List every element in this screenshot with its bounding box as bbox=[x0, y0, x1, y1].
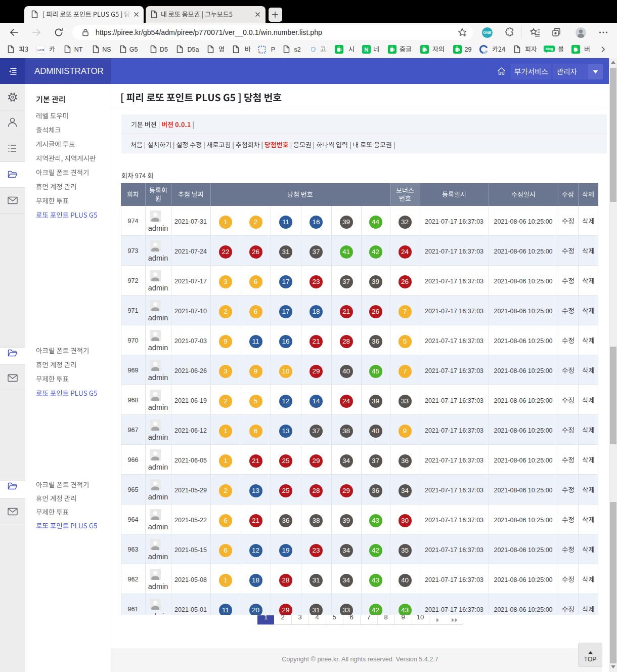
svg-text:ONE: ONE bbox=[483, 30, 491, 35]
svg-text:cafe24: cafe24 bbox=[37, 49, 45, 51]
svg-text:blog: blog bbox=[546, 47, 553, 51]
svg-text:N: N bbox=[364, 47, 368, 53]
